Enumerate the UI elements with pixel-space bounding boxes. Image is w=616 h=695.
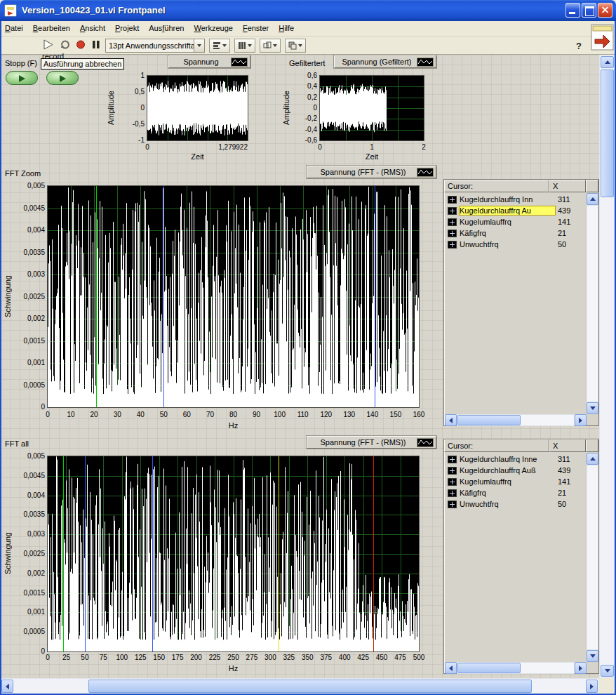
cursor-name[interactable]: Unwuchtfrq [460, 500, 555, 508]
scrollbar-corner [599, 678, 616, 694]
x-column-header: X [549, 439, 586, 452]
cursor-x-value[interactable]: 439 [555, 206, 570, 215]
cursor-name[interactable]: Kugeldurchlauffrq Inn [460, 195, 555, 204]
vertical-scroll-thumb[interactable] [601, 70, 614, 197]
cursor-marker-icon[interactable] [448, 501, 457, 508]
spannung-plot[interactable] [147, 75, 248, 141]
cursor-x-value[interactable]: 141 [555, 477, 570, 486]
help-button[interactable]: ? [571, 39, 587, 53]
cursor-x-value[interactable]: 21 [555, 489, 566, 497]
vi-icon[interactable] [591, 24, 614, 51]
cursor-x-value[interactable]: 311 [555, 455, 570, 463]
scroll-thumb[interactable] [457, 415, 521, 425]
vertical-scroll-track[interactable] [587, 465, 598, 650]
run-icon[interactable] [41, 38, 56, 53]
x-tick-label: 25 [62, 654, 70, 661]
menu-item-fenster[interactable]: Fenster [238, 21, 274, 36]
scroll-down-button[interactable] [601, 665, 614, 677]
window-horizontal-scrollbar[interactable] [0, 678, 599, 694]
maximize-button[interactable] [582, 3, 596, 18]
cursor-marker-icon[interactable] [448, 478, 457, 486]
scroll-up-button[interactable] [587, 453, 598, 465]
run-continuous-icon[interactable] [58, 38, 73, 53]
scroll-right-button[interactable] [586, 680, 598, 693]
chart-header-fft-zoom: Spannung (FFT - (RMS)) [307, 166, 436, 178]
cursor-x-value[interactable]: 141 [555, 218, 570, 226]
cursor-marker-icon[interactable] [448, 456, 457, 463]
x-tick-label: 1 [370, 143, 374, 151]
cursor-name[interactable]: Kugeldurchlauffrq Inne [460, 455, 555, 463]
y-tick-label: 0,0015 [23, 337, 45, 345]
tooltip: Ausführung abbrechen [41, 58, 124, 70]
scroll-down-button[interactable] [587, 402, 598, 414]
menu-item-ansicht[interactable]: Ansicht [75, 21, 110, 36]
menu-item-hilfe[interactable]: Hilfe [274, 21, 299, 36]
fft-all-plot[interactable] [47, 456, 420, 652]
cursor-marker-icon[interactable] [448, 230, 457, 237]
reorder-button[interactable] [285, 39, 306, 53]
x-tick-label: 70 [206, 411, 214, 418]
header-corner [586, 180, 598, 192]
cursor-marker-icon[interactable] [448, 207, 457, 215]
cursor-name[interactable]: Kugelumlauffrq [460, 477, 555, 486]
record-button[interactable] [46, 71, 79, 85]
align-objects-button[interactable] [209, 39, 230, 53]
scroll-right-button[interactable] [575, 662, 587, 674]
scroll-left-button[interactable] [445, 662, 457, 674]
cursor-name[interactable]: Käfigfrq [460, 229, 555, 237]
horizontal-scroll-track[interactable] [457, 414, 575, 426]
scroll-thumb[interactable] [457, 663, 521, 673]
cursor-marker-icon[interactable] [448, 489, 457, 497]
cursor-name[interactable]: Kugelumlauffrq [460, 218, 555, 226]
cursor-name[interactable]: Kugeldurchlauffrq Auß [460, 466, 555, 475]
labview-app-icon [4, 4, 17, 17]
abort-icon[interactable] [73, 38, 88, 53]
y-axis-label: Amplitude [282, 77, 290, 139]
resize-objects-button[interactable] [260, 39, 281, 53]
cursor-name[interactable]: Kugeldurchlauffrq Au [460, 206, 555, 215]
x-tick-label: 500 [413, 654, 425, 661]
gefiltert-plot[interactable] [319, 75, 424, 141]
cursor-marker-icon[interactable] [448, 196, 457, 204]
scroll-down-button[interactable] [587, 650, 598, 662]
cursor-name[interactable]: Käfigfrq [460, 489, 555, 497]
x-tick-label: 130 [343, 411, 355, 418]
menu-bar: DateiBearbeitenAnsichtProjektAusführenWe… [0, 21, 616, 37]
scroll-up-button[interactable] [587, 193, 598, 205]
cursor-marker-icon[interactable] [448, 218, 457, 226]
horizontal-scroll-track[interactable] [457, 662, 575, 674]
window-vertical-scrollbar[interactable] [599, 55, 615, 678]
scroll-up-button[interactable] [601, 56, 614, 68]
distribute-objects-button[interactable] [234, 39, 255, 53]
menu-item-bearbeiten[interactable]: Bearbeiten [28, 21, 75, 36]
cursor-x-value[interactable]: 50 [555, 240, 566, 249]
x-tick-label: 0 [46, 654, 50, 661]
horizontal-scroll-thumb[interactable] [88, 680, 532, 693]
cursor-x-value[interactable]: 439 [555, 466, 570, 475]
fft-zoom-plot[interactable] [47, 185, 420, 408]
minimize-button[interactable] [565, 3, 580, 18]
cursor-x-value[interactable]: 311 [555, 195, 570, 204]
cursor-x-value[interactable]: 21 [555, 229, 566, 237]
pause-icon[interactable] [88, 38, 104, 53]
chevron-down-icon[interactable] [194, 39, 204, 52]
menu-item-werkzeuge[interactable]: Werkzeuge [189, 21, 237, 36]
font-selector[interactable]: 13pt Anwendungsschriftart [105, 39, 205, 53]
menu-item-ausführen[interactable]: Ausführen [144, 21, 189, 36]
scroll-left-button[interactable] [445, 414, 457, 426]
cursor-x-value[interactable]: 50 [555, 500, 566, 508]
x-tick-label: 50 [81, 654, 88, 661]
scroll-left-button[interactable] [1, 680, 13, 693]
vertical-scroll-track[interactable] [587, 205, 598, 402]
menu-item-datei[interactable]: Datei [0, 21, 28, 36]
x-axis-ticks: 01,279922 [147, 143, 248, 152]
scroll-right-button[interactable] [575, 414, 587, 426]
close-button[interactable] [598, 3, 612, 18]
cursor-name[interactable]: Unwuchtfrq [460, 240, 555, 249]
chart-title: Spannung (Gefiltert) [337, 58, 417, 66]
cursor-marker-icon[interactable] [448, 467, 457, 475]
menu-item-projekt[interactable]: Projekt [110, 21, 144, 36]
stopp-button[interactable] [6, 71, 38, 85]
cursor-marker-icon[interactable] [448, 241, 457, 249]
y-tick-label: 0,0015 [23, 589, 45, 597]
